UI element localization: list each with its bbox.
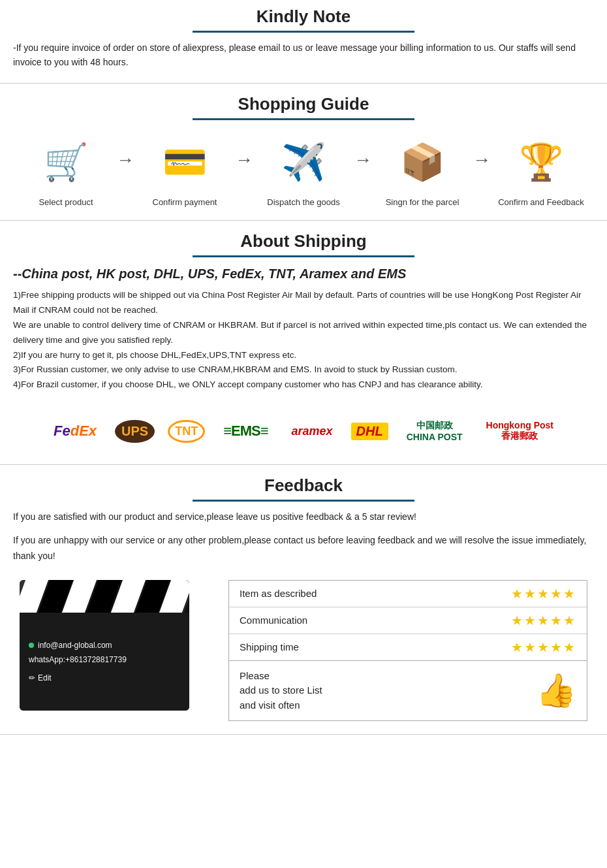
rating-row-3: Shipping time ★★★★★ — [229, 634, 587, 660]
edit-label[interactable]: ✏ Edit — [29, 673, 52, 683]
clap-stripes — [20, 580, 189, 613]
guide-step-2: 💳 Confirm payment — [136, 133, 234, 207]
edit-text: Edit — [38, 673, 52, 683]
guide-step-5: 🏆 Confirm and Feedback — [492, 133, 590, 207]
aramex-logo: aramex — [287, 422, 338, 441]
ratings-box: Item as described ★★★★★ Communication ★★… — [229, 581, 587, 660]
ratings-store-box: Item as described ★★★★★ Communication ★★… — [228, 580, 587, 722]
step-4-label: Singn for the parcel — [386, 197, 459, 207]
guide-step-1: 🛒 Select product — [17, 133, 115, 207]
store-invite: Pleaseadd us to store Listand visit ofte… — [229, 660, 587, 721]
rating-row-1: Item as described ★★★★★ — [229, 581, 587, 607]
ems-logo: ≡EMS≡ — [218, 420, 273, 442]
kindly-note-text: -If you require invoice of order on stor… — [13, 40, 594, 70]
feedback-section: Feedback If you are satisfied with our p… — [0, 465, 607, 735]
edit-icon: ✏ — [29, 673, 35, 683]
contact-email: info@and-global.com — [38, 641, 112, 650]
store-invite-text: Pleaseadd us to store Listand visit ofte… — [240, 669, 322, 713]
step-2-label: Confirm payment — [153, 197, 217, 207]
feedback-icon: 🏆 — [508, 133, 574, 192]
contact-whatsapp: whatsApp:+8613728817739 — [29, 655, 127, 664]
feedback-text-2: If you are unhappy with our service or a… — [13, 533, 594, 564]
rating-label-2: Communication — [240, 615, 307, 626]
about-shipping-title: About Shipping — [13, 231, 594, 257]
feedback-title: Feedback — [13, 475, 594, 502]
step-3-label: Dispatch the goods — [267, 197, 339, 207]
step-5-label: Confirm and Feedback — [498, 197, 584, 207]
rating-label-1: Item as described — [240, 588, 317, 599]
tnt-logo: TNT — [168, 420, 205, 443]
rating-label-3: Shipping time — [240, 641, 299, 652]
thumbsup-emoji: 👍 — [536, 671, 576, 709]
rating-stars-3: ★★★★★ — [511, 639, 576, 655]
rating-row-2: Communication ★★★★★ — [229, 607, 587, 634]
feedback-text-1: If you are satisfied with our product an… — [13, 509, 594, 525]
step-arrow-3: → — [354, 150, 372, 170]
step-arrow-2: → — [235, 150, 253, 170]
shipping-point-5: 4)For Brazil customer, if you choose DHL… — [13, 379, 483, 389]
plane-icon: ✈️ — [271, 133, 336, 192]
shipping-point-4: 3)For Russian customer, we only advise t… — [13, 364, 458, 374]
step-arrow-4: → — [473, 150, 491, 170]
about-shipping-section: About Shipping --China post, HK post, DH… — [0, 221, 607, 466]
clapboard-visual: info@and-global.com whatsApp:+8613728817… — [20, 580, 189, 711]
parcel-icon: 📦 — [390, 133, 455, 192]
clapboard: info@and-global.com whatsApp:+8613728817… — [20, 580, 215, 722]
shopping-guide-title: Shopping Guide — [13, 94, 594, 120]
dhl-logo: DHL — [351, 423, 388, 440]
shipping-text: 1)Free shipping products will be shipped… — [13, 288, 594, 393]
ups-logo: UPS — [115, 420, 155, 443]
fedex-logo: FedEx — [48, 420, 102, 442]
cart-icon: 🛒 — [33, 133, 99, 192]
contact-dot — [29, 643, 34, 648]
contact-email-line: info@and-global.com — [29, 641, 112, 650]
clapboard-body: info@and-global.com whatsApp:+8613728817… — [20, 613, 189, 711]
shipping-point-3: 2)If you are hurry to get it, pls choose… — [13, 350, 296, 360]
guide-steps: 🛒 Select product → 💳 Confirm payment → ✈… — [13, 133, 594, 207]
step-arrow-1: → — [116, 150, 134, 170]
guide-step-3: ✈️ Dispatch the goods — [255, 133, 352, 207]
rating-stars-1: ★★★★★ — [511, 586, 576, 602]
carrier-logos: FedEx UPS TNT ≡EMS≡ aramex DHL 中国邮政CHINA… — [13, 411, 594, 451]
guide-step-4: 📦 Singn for the parcel — [373, 133, 471, 207]
step-1-label: Select product — [39, 197, 93, 207]
clapboard-top — [20, 580, 189, 613]
shipping-carriers-title: --China post, HK post, DHL, UPS, FedEx, … — [13, 266, 594, 281]
contact-whatsapp-line: whatsApp:+8613728817739 — [29, 655, 127, 664]
shipping-point-1: 1)Free shipping products will be shipped… — [13, 290, 581, 315]
kindly-note-title: Kindly Note — [13, 7, 594, 33]
shopping-guide-section: Shopping Guide 🛒 Select product → 💳 Conf… — [0, 84, 607, 221]
chinapost-logo: 中国邮政CHINA POST — [401, 417, 468, 445]
feedback-bottom: info@and-global.com whatsApp:+8613728817… — [13, 580, 594, 722]
shipping-point-2: We are unable to control delivery time o… — [13, 320, 587, 345]
rating-stars-2: ★★★★★ — [511, 613, 576, 628]
payment-icon: 💳 — [152, 133, 217, 192]
kindly-note-section: Kindly Note -If you require invoice of o… — [0, 0, 607, 84]
hkpost-logo: Hongkong Post香港郵政 — [481, 417, 559, 445]
